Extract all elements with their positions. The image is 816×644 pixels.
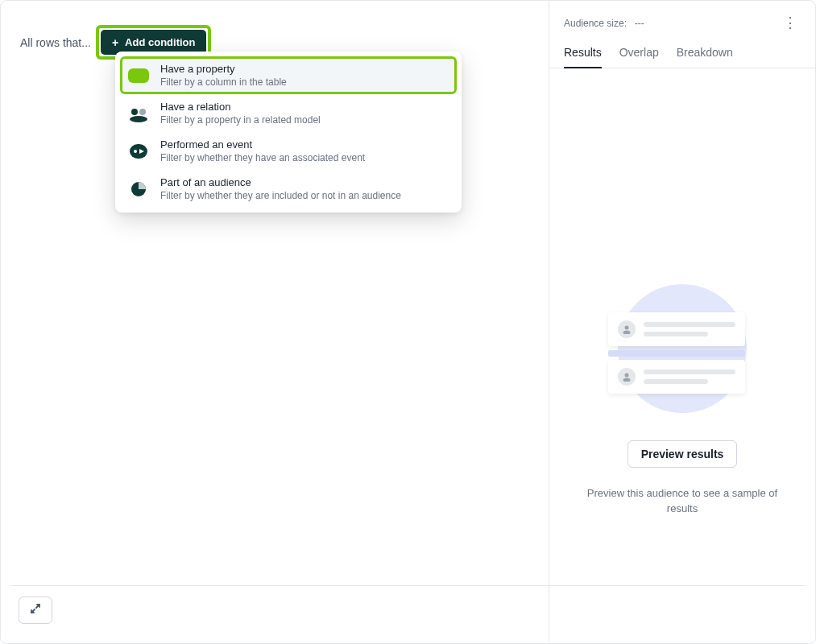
plus-icon: + [112,37,118,48]
svg-point-4 [139,109,146,115]
svg-rect-2 [132,76,137,79]
tab-results[interactable]: Results [564,41,602,68]
dropdown-item-have-property[interactable]: Have a property Filter by a column in th… [120,56,457,94]
tab-breakdown[interactable]: Breakdown [677,41,733,68]
audience-size-value: --- [635,18,644,29]
dropdown-item-title: Performed an event [160,138,365,151]
preview-results-button[interactable]: Preview results [628,440,738,468]
audience-size: Audience size: --- [564,17,644,29]
condition-dropdown: Have a property Filter by a column in th… [115,52,462,213]
audience-size-label: Audience size: [564,18,627,29]
bottom-toolbar [10,585,806,634]
svg-point-3 [131,109,138,115]
app-container: All rows that... + Add condition Have a … [0,0,816,644]
dropdown-item-text: Performed an event Filter by whether the… [160,138,365,163]
svg-point-10 [623,330,631,334]
audience-size-row: Audience size: --- ⋮ [549,14,815,41]
add-condition-label: Add condition [125,36,195,48]
preview-caption: Preview this audience to see a sample of… [578,485,787,517]
svg-rect-6 [130,144,147,159]
results-panel: Audience size: --- ⋮ Results Overlap Bre… [549,1,815,643]
dropdown-item-text: Part of an audience Filter by whether th… [160,176,401,201]
tabs: Results Overlap Breakdown [549,41,815,68]
filter-label: All rows that... [20,36,91,49]
dropdown-item-text: Have a property Filter by a column in th… [160,63,287,88]
preview-area: Preview results Preview this audience to… [549,68,815,643]
svg-point-5 [130,116,147,122]
relation-icon [128,103,149,124]
expand-button[interactable] [19,597,52,624]
dropdown-item-text: Have a relation Filter by a property in … [160,101,321,126]
empty-state-illustration [610,276,755,421]
svg-point-9 [625,325,629,329]
kebab-icon: ⋮ [783,14,797,31]
svg-point-11 [625,373,629,377]
dropdown-item-title: Part of an audience [160,176,401,188]
dropdown-item-desc: Filter by whether they are included or n… [160,190,401,201]
dropdown-item-title: Have a property [160,63,287,75]
dropdown-item-desc: Filter by a column in the table [160,76,287,88]
svg-point-12 [623,378,631,382]
dropdown-item-desc: Filter by whether they have an associate… [160,152,365,163]
svg-point-7 [134,150,137,153]
tab-overlap[interactable]: Overlap [619,41,659,68]
property-icon [128,65,149,86]
svg-rect-1 [132,72,140,75]
dropdown-item-performed-event[interactable]: Performed an event Filter by whether the… [120,132,457,170]
dropdown-item-have-relation[interactable]: Have a relation Filter by a property in … [120,94,457,132]
expand-icon [29,602,42,617]
dropdown-item-title: Have a relation [160,101,321,113]
audience-icon [128,179,149,200]
conditions-panel: All rows that... + Add condition Have a … [1,1,549,643]
more-menu-button[interactable]: ⋮ [780,14,801,31]
dropdown-item-desc: Filter by a property in a related model [160,114,321,126]
svg-rect-0 [128,68,149,83]
dropdown-item-part-of-audience[interactable]: Part of an audience Filter by whether th… [120,170,457,208]
event-icon [128,141,149,162]
